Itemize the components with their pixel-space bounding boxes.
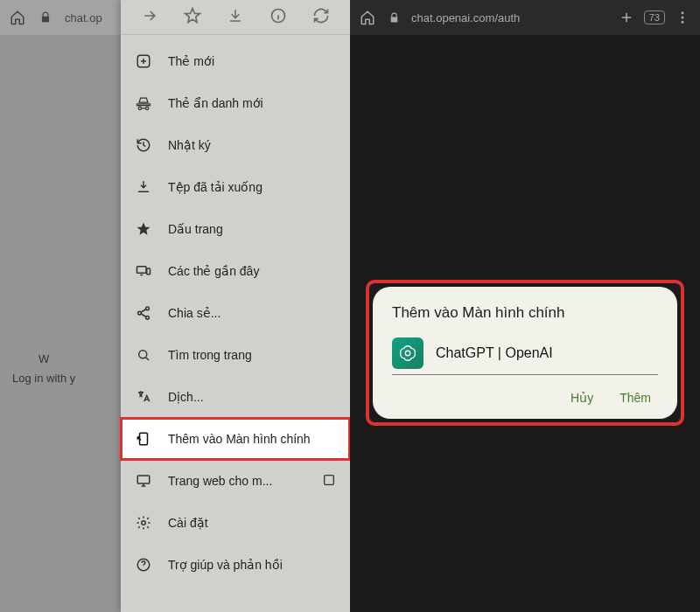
menu-item-settings[interactable]: Cài đặt [121,502,350,544]
help-icon [135,556,152,574]
dialog-app-name[interactable]: ChatGPT | OpenAI [436,345,553,361]
svg-point-11 [142,521,146,525]
menu-item-history[interactable]: Nhật ký [121,124,350,166]
menu-label: Dấu trang [168,222,223,236]
welcome-initial: W [12,350,75,369]
add-home-icon [135,430,152,448]
svg-point-7 [139,351,147,358]
menu-label: Thẻ mới [168,54,214,68]
cancel-button[interactable]: Hủy [570,391,593,405]
menu-item-share[interactable]: Chia sẻ... [121,292,350,334]
page-content-peek: W Log in with y [12,350,75,388]
download-icon[interactable] [228,8,243,27]
menu-label: Thẻ ẩn danh mới [168,96,263,110]
dialog-highlight-wrap: Thêm vào Màn hình chính ChatGPT | OpenAI… [366,280,684,426]
menu-item-add-to-home[interactable]: Thêm vào Màn hình chính [121,418,350,460]
svg-point-13 [682,11,684,14]
svg-rect-10 [325,475,334,484]
right-screenshot: chat.openai.com/auth 73 Thêm vào Màn hìn… [350,0,700,612]
menu-label: Cài đặt [168,516,208,530]
menu-item-bookmarks[interactable]: Dấu trang [121,208,350,250]
menu-label: Trợ giúp và phản hồi [168,558,283,572]
menu-label: Trang web cho m... [168,474,272,488]
browser-menu: Thẻ mới Thẻ ẩn danh mới Nhật ký Tệp đã t… [121,0,350,612]
url-text-right[interactable]: chat.openai.com/auth [411,11,609,24]
devices-icon [135,262,152,280]
add-to-home-dialog: Thêm vào Màn hình chính ChatGPT | OpenAI… [373,287,677,419]
share-icon [135,304,152,322]
svg-point-16 [405,351,410,356]
star-icon [135,220,152,238]
menu-label: Nhật ký [168,138,211,152]
info-icon[interactable] [270,7,287,28]
menu-item-downloads[interactable]: Tệp đã tải xuống [121,166,350,208]
kebab-menu-icon[interactable] [674,9,691,26]
dialog-app-row: ChatGPT | OpenAI [392,337,658,375]
reload-icon[interactable] [312,7,330,28]
menu-item-find[interactable]: Tìm trong trang [121,334,350,376]
plus-box-icon [135,52,152,70]
download-line-icon [135,178,152,196]
menu-label: Các thẻ gần đây [168,264,259,278]
menu-label: Tệp đã tải xuống [168,180,262,194]
menu-items-list: Thẻ mới Thẻ ẩn danh mới Nhật ký Tệp đã t… [121,35,350,586]
new-tab-plus-icon[interactable] [618,9,635,26]
translate-icon [135,388,152,406]
search-page-icon [135,346,152,364]
left-screenshot: chat.op W Log in with y Thẻ mới Thẻ ẩn d… [0,0,350,612]
forward-icon[interactable] [141,7,158,28]
menu-label: Chia sẻ... [168,306,220,320]
dim-overlay [0,0,121,612]
gear-icon [135,514,152,532]
menu-item-translate[interactable]: Dịch... [121,376,350,418]
dialog-actions: Hủy Thêm [392,384,658,407]
svg-rect-2 [137,267,147,274]
lock-icon [385,9,402,26]
svg-rect-8 [140,433,148,445]
svg-rect-9 [137,476,150,483]
svg-rect-3 [147,268,150,275]
svg-point-15 [682,21,684,24]
menu-label: Tìm trong trang [168,348,252,362]
history-icon [135,136,152,154]
confirm-button[interactable]: Thêm [620,391,651,405]
menu-item-desktop-site[interactable]: Trang web cho m... [121,460,350,502]
login-text: Log in with y [12,369,75,388]
desktop-site-checkbox[interactable] [322,473,336,490]
incognito-icon [135,94,152,112]
menu-item-new-tab[interactable]: Thẻ mới [121,40,350,82]
address-bar-right: chat.openai.com/auth 73 [350,0,700,35]
desktop-icon [135,472,152,490]
menu-item-incognito[interactable]: Thẻ ẩn danh mới [121,82,350,124]
svg-point-14 [682,17,684,19]
bookmark-star-icon[interactable] [184,7,201,28]
menu-item-help[interactable]: Trợ giúp và phản hồi [121,544,350,586]
menu-toolbar [121,0,350,35]
menu-item-recent-tabs[interactable]: Các thẻ gần đây [121,250,350,292]
chatgpt-app-icon [392,337,424,369]
tab-count-badge[interactable]: 73 [644,10,665,24]
menu-label: Thêm vào Màn hình chính [168,432,311,446]
dialog-title: Thêm vào Màn hình chính [392,304,658,322]
menu-label: Dịch... [168,390,204,404]
home-icon[interactable] [359,9,376,26]
